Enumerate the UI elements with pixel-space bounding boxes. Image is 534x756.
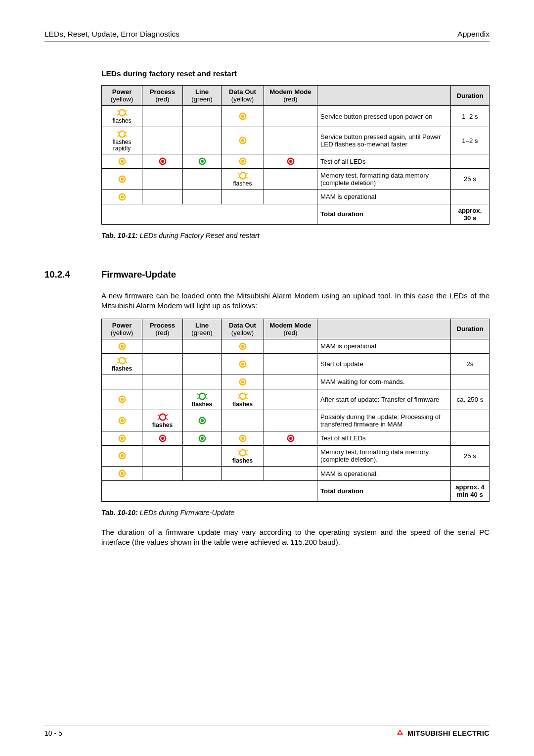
led-cell — [183, 353, 222, 375]
duration-cell — [451, 410, 490, 431]
svg-point-42 — [161, 437, 164, 440]
svg-point-46 — [241, 437, 244, 440]
led-caption: flashes — [224, 181, 261, 187]
led-cell — [264, 189, 317, 204]
desc-cell: Start of update — [317, 353, 451, 375]
table2-total-row: Total duration approx. 4 min 40 s — [102, 481, 490, 501]
svg-point-31 — [121, 398, 124, 401]
led-cell — [102, 431, 142, 445]
total-duration: approx. 4 min 40 s — [451, 481, 490, 501]
svg-point-20 — [121, 195, 124, 198]
svg-point-50 — [121, 454, 124, 457]
table1-total-row: Total duration approx. 30 s — [102, 204, 490, 224]
svg-point-25 — [119, 358, 125, 364]
svg-point-22 — [121, 345, 124, 348]
table-factory-reset: Power(yellow) Process(red) Line(green) D… — [101, 85, 490, 225]
led-cell — [222, 353, 264, 375]
led-cell — [142, 127, 183, 154]
th-desc — [317, 319, 451, 339]
desc-cell: Possibly during the update: Processing o… — [317, 410, 451, 431]
svg-point-44 — [201, 437, 204, 440]
led-caption: flashes — [224, 401, 261, 408]
table-row: flashes Service button pressed upon powe… — [102, 106, 490, 127]
svg-point-17 — [121, 178, 124, 181]
th-data: Data Out(yellow) — [222, 319, 264, 339]
led-cell: flashes — [222, 445, 264, 467]
led-cell — [183, 189, 222, 204]
led-cell — [222, 106, 264, 127]
duration-cell — [451, 467, 490, 481]
footer-rule — [44, 725, 490, 725]
svg-point-24 — [241, 345, 244, 348]
led-cell — [222, 431, 264, 445]
svg-point-29 — [241, 380, 244, 383]
led-cell — [222, 189, 264, 204]
svg-point-35 — [121, 419, 124, 422]
led-cell — [142, 431, 183, 445]
heading-firmware-update: 10.2.4 Firmware-Update — [44, 269, 490, 280]
para-duration-note: The duration of a firmware update may va… — [101, 527, 490, 548]
svg-point-0 — [119, 110, 125, 116]
led-cell — [142, 189, 183, 204]
header-right: Appendix — [457, 30, 490, 39]
para-intro: A new firmware can be loaded onto the Mi… — [101, 291, 490, 311]
duration-cell — [451, 431, 490, 445]
table-row: flashes flashesAfter start of update: Tr… — [102, 389, 490, 410]
led-cell — [102, 467, 142, 481]
led-cell: flashes — [222, 389, 264, 410]
table-row: flashes Possibly during the update: Proc… — [102, 410, 490, 431]
led-cell — [183, 375, 222, 389]
led-cell — [142, 375, 183, 389]
desc-cell: After start of update: Transfer of firmw… — [317, 389, 451, 410]
svg-point-13 — [241, 160, 244, 163]
table-row: MAM is operational. — [102, 467, 490, 481]
led-cell — [264, 375, 317, 389]
desc-cell: Test of all LEDs — [317, 431, 451, 445]
led-cell — [264, 431, 317, 445]
led-cell — [102, 375, 142, 389]
duration-cell: 1–2 s — [451, 127, 490, 154]
table-row: flashesMemory test, formatting data memo… — [102, 169, 490, 190]
led-cell: flashes — [102, 106, 142, 127]
svg-marker-56 — [400, 732, 403, 734]
th-line: Line(green) — [183, 86, 222, 106]
section1-title: LEDs during factory reset and restart — [101, 69, 490, 78]
desc-cell: MAM is operational — [317, 189, 451, 204]
mitsubishi-logo-icon — [396, 729, 404, 737]
led-caption: flashes rapidly — [105, 139, 139, 151]
table2-caption: Tab. 10-10: LEDs during Firmware-Update — [101, 509, 490, 517]
svg-point-40 — [121, 437, 124, 440]
led-cell — [222, 467, 264, 481]
svg-point-33 — [239, 393, 245, 399]
header-rule — [44, 42, 490, 42]
header-left: LEDs, Reset, Update, Error Diagnostics — [44, 30, 179, 39]
table-row: MAM is operational — [102, 189, 490, 204]
led-cell — [142, 467, 183, 481]
led-cell — [142, 169, 183, 190]
table-row: flashes Start of update2s — [102, 353, 490, 375]
led-cell — [142, 353, 183, 375]
page-footer: 10 - 5 MITSUBISHI ELECTRIC — [44, 725, 490, 737]
led-cell — [183, 410, 222, 431]
svg-point-5 — [241, 139, 244, 142]
led-cell — [183, 169, 222, 190]
led-cell: flashes rapidly — [102, 127, 142, 154]
duration-cell — [451, 339, 490, 353]
duration-cell: 25 s — [451, 445, 490, 467]
led-cell — [183, 127, 222, 154]
svg-point-7 — [121, 160, 124, 163]
th-desc — [317, 86, 451, 106]
total-duration: approx. 30 s — [451, 204, 490, 224]
led-cell — [183, 154, 222, 169]
brand: MITSUBISHI ELECTRIC — [396, 729, 490, 737]
desc-cell: Test of all LEDs — [317, 154, 451, 169]
total-label: Total duration — [317, 481, 451, 501]
svg-point-2 — [241, 115, 244, 118]
svg-point-9 — [161, 160, 164, 163]
svg-point-53 — [121, 472, 124, 475]
led-cell — [142, 389, 183, 410]
svg-point-32 — [199, 393, 205, 399]
svg-point-51 — [239, 449, 245, 455]
led-cell — [102, 445, 142, 467]
led-cell — [264, 353, 317, 375]
